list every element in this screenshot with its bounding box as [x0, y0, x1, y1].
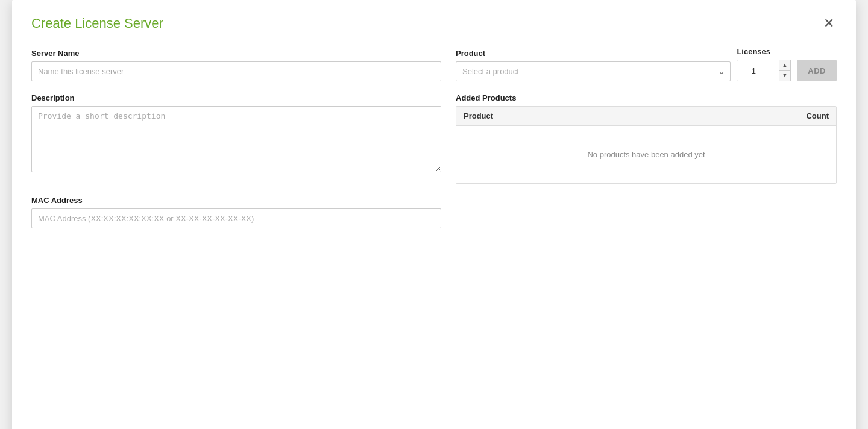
mac-address-label: MAC Address	[31, 196, 441, 205]
added-products-section: Added Products Product Count No products…	[456, 93, 837, 184]
description-input[interactable]	[31, 106, 441, 172]
description-group: Description	[31, 93, 441, 184]
server-name-label: Server Name	[31, 49, 441, 58]
server-name-group: Server Name	[31, 49, 441, 81]
description-label: Description	[31, 93, 441, 102]
mac-address-group: MAC Address	[31, 196, 441, 429]
table-count-col: Count	[781, 111, 829, 121]
product-select[interactable]: Select a product	[456, 61, 731, 81]
product-label: Product	[456, 49, 731, 58]
product-group: Product Select a product ⌄	[456, 49, 731, 81]
licenses-wrapper: ▲ ▼	[737, 60, 791, 81]
server-name-input[interactable]	[31, 61, 441, 81]
table-header: Product Count	[456, 107, 836, 126]
mac-address-input[interactable]	[31, 208, 441, 228]
table-product-col: Product	[464, 111, 781, 121]
product-select-wrapper: Select a product ⌄	[456, 61, 731, 81]
table-body: No products have been added yet	[456, 126, 836, 183]
create-license-server-modal: Create License Server ✕ Server Name Prod…	[12, 0, 856, 429]
added-products-table: Product Count No products have been adde…	[456, 106, 837, 184]
licenses-group: Licenses ▲ ▼	[737, 47, 791, 81]
add-button[interactable]: ADD	[797, 60, 837, 81]
middle-row: Description Added Products Product Count…	[31, 93, 837, 184]
no-products-message: No products have been added yet	[587, 150, 705, 159]
licenses-input[interactable]	[737, 60, 779, 81]
licenses-label: Licenses	[737, 47, 791, 56]
licenses-stepper: ▲ ▼	[779, 60, 791, 81]
stepper-down-button[interactable]: ▼	[779, 71, 790, 81]
stepper-up-button[interactable]: ▲	[779, 60, 790, 71]
close-button[interactable]: ✕	[821, 14, 837, 33]
product-licenses-group: Product Select a product ⌄ Licenses ▲ ▼	[456, 47, 837, 81]
modal-header: Create License Server ✕	[31, 14, 837, 33]
added-products-label: Added Products	[456, 93, 837, 102]
modal-title: Create License Server	[31, 16, 163, 31]
